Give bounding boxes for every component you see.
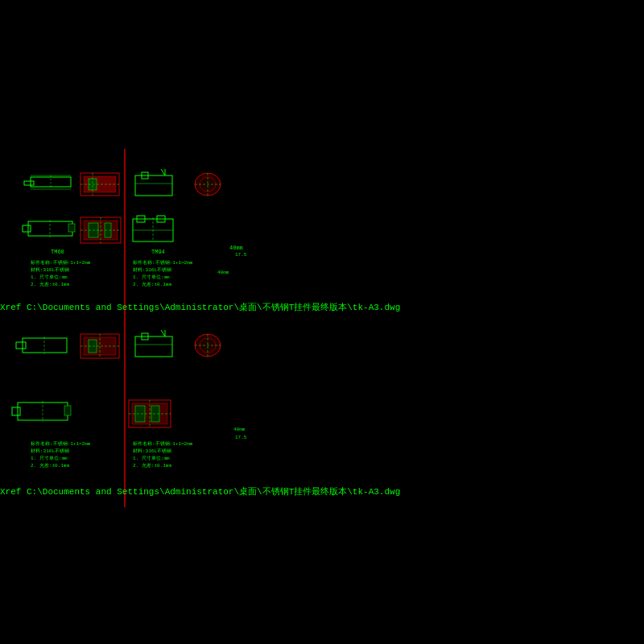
bracket-bot-right-front <box>135 330 172 357</box>
svg-text:17.5: 17.5 <box>235 252 247 258</box>
svg-rect-67 <box>64 406 71 415</box>
svg-text:2. 允差:±0.1mm: 2. 允差:±0.1mm <box>133 282 171 287</box>
svg-line-13 <box>161 169 165 175</box>
bracket-bot-left-side2 <box>12 401 71 422</box>
svg-rect-21 <box>23 225 31 232</box>
svg-text:标件名称:不锈钢-1+1=2mm: 标件名称:不锈钢-1+1=2mm <box>132 441 193 447</box>
svg-text:标件名称:不锈钢-1+1=2mm: 标件名称:不锈钢-1+1=2mm <box>30 441 91 447</box>
svg-rect-2 <box>24 181 34 185</box>
svg-text:1. 尺寸单位:mm: 1. 尺寸单位:mm <box>133 275 170 280</box>
bracket-top-left-top <box>80 173 119 196</box>
bracket-bot-left-side <box>16 336 67 354</box>
bracket-top-right-front <box>135 169 172 196</box>
svg-text:2. 允差:±0.1mm: 2. 允差:±0.1mm <box>31 282 69 287</box>
svg-rect-71 <box>135 406 145 422</box>
svg-rect-22 <box>68 224 75 232</box>
svg-rect-11 <box>135 175 172 196</box>
svg-text:40mm: 40mm <box>217 270 229 275</box>
svg-text:标件名称:不锈钢-1+1=2mm: 标件名称:不锈钢-1+1=2mm <box>132 260 193 266</box>
svg-text:材料:316L不锈钢: 材料:316L不锈钢 <box>132 448 171 454</box>
bracket-bot-right-side <box>195 334 221 357</box>
cad-drawings: TM60 TM94 40mm 标件名称:不锈钢-1+1=2mm 材料:316L不… <box>0 0 644 644</box>
svg-line-58 <box>161 330 165 336</box>
bracket-top-left-side2 <box>23 220 75 237</box>
xref-path-2: Xref C:\Documents and Settings\Administr… <box>0 485 400 497</box>
svg-text:2. 允差:±0.1mm: 2. 允差:±0.1mm <box>133 463 171 469</box>
svg-rect-48 <box>23 338 67 353</box>
svg-rect-49 <box>16 342 26 349</box>
svg-text:1. 尺寸单位:mm: 1. 尺寸单位:mm <box>31 456 68 461</box>
svg-rect-56 <box>135 336 172 357</box>
svg-rect-20 <box>28 221 72 236</box>
bracket-top-right-front2 <box>133 216 173 242</box>
bracket-bot-left-top <box>80 334 119 358</box>
svg-text:材料:316L不锈钢: 材料:316L不锈钢 <box>30 448 69 454</box>
svg-text:40mm: 40mm <box>233 427 246 432</box>
svg-text:材料:316L不锈钢: 材料:316L不锈钢 <box>30 267 69 273</box>
bracket-top-left-side <box>24 175 71 189</box>
svg-text:1. 尺寸单位:mm: 1. 尺寸单位:mm <box>31 275 68 280</box>
svg-text:2. 允差:±0.1mm: 2. 允差:±0.1mm <box>31 463 69 469</box>
svg-text:17.5: 17.5 <box>235 435 247 440</box>
svg-text:材料:316L不锈钢: 材料:316L不锈钢 <box>132 267 171 273</box>
svg-rect-66 <box>12 407 20 415</box>
bracket-top-left-top2 <box>80 217 121 243</box>
bracket-bot-left-top2 <box>129 400 171 427</box>
xref-path-1: Xref C:\Documents and Settings\Administr… <box>0 301 400 313</box>
svg-text:TM94: TM94 <box>151 249 165 255</box>
bracket-top-right-side <box>195 173 221 196</box>
svg-text:40mm: 40mm <box>229 245 243 251</box>
svg-text:1. 尺寸单位:mm: 1. 尺寸单位:mm <box>133 456 170 461</box>
svg-text:TM60: TM60 <box>51 249 64 255</box>
svg-text:标件名称:不锈钢-1+1=2mm: 标件名称:不锈钢-1+1=2mm <box>30 260 91 266</box>
cad-canvas: TM60 TM94 40mm 标件名称:不锈钢-1+1=2mm 材料:316L不… <box>0 0 644 644</box>
